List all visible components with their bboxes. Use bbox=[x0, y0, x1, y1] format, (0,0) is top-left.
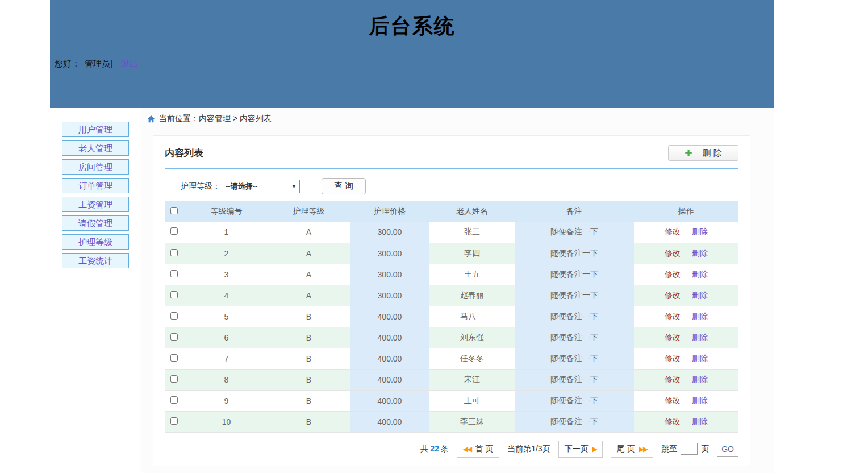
row-checkbox[interactable] bbox=[170, 291, 178, 298]
first-page-label: 首 页 bbox=[475, 444, 493, 454]
delete-link[interactable]: 删除 bbox=[692, 375, 708, 384]
breadcrumb: 当前位置：内容管理 > 内容列表 bbox=[141, 108, 774, 130]
cell-elder-name: 宋江 bbox=[429, 369, 515, 390]
edit-link[interactable]: 修改 bbox=[665, 354, 681, 363]
cell-operations: 修改 删除 bbox=[634, 390, 738, 411]
next-page-icon: ▶ bbox=[592, 445, 596, 453]
cell-care-price: 400.00 bbox=[350, 369, 429, 390]
edit-link[interactable]: 修改 bbox=[665, 312, 681, 321]
last-page-button[interactable]: 尾 页 ▶▶ bbox=[611, 441, 653, 458]
cell-care-level: A bbox=[268, 222, 350, 243]
column-header: 老人姓名 bbox=[429, 201, 515, 222]
cell-operations: 修改 删除 bbox=[634, 411, 738, 432]
delete-link[interactable]: 删除 bbox=[692, 333, 708, 342]
jump-page-input[interactable] bbox=[681, 443, 698, 455]
edit-link[interactable]: 修改 bbox=[665, 248, 681, 258]
row-checkbox[interactable] bbox=[170, 249, 178, 256]
sidebar-item-leave-management[interactable]: 请假管理 bbox=[62, 215, 129, 231]
row-checkbox[interactable] bbox=[170, 375, 178, 383]
edit-link[interactable]: 修改 bbox=[665, 269, 681, 279]
column-header: 护理等级 bbox=[268, 201, 350, 222]
row-checkbox[interactable] bbox=[170, 333, 178, 341]
cell-elder-name: 张三 bbox=[429, 222, 515, 243]
table-row: 7 B 400.00 任冬冬 随便备注一下 修改 删除 bbox=[165, 348, 738, 369]
panel-header: 内容列表 ✚ 删 除 bbox=[165, 145, 738, 169]
cell-care-price: 400.00 bbox=[350, 306, 429, 327]
delete-link[interactable]: 删除 bbox=[692, 248, 708, 258]
sidebar-item-care-level[interactable]: 护理等级 bbox=[62, 234, 129, 250]
row-checkbox[interactable] bbox=[170, 354, 178, 362]
first-page-icon: ◀◀ bbox=[463, 445, 471, 453]
edit-link[interactable]: 修改 bbox=[665, 396, 681, 405]
first-page-button[interactable]: ◀◀ 首 页 bbox=[457, 441, 499, 458]
column-header: 备注 bbox=[515, 201, 634, 222]
edit-link[interactable]: 修改 bbox=[665, 333, 681, 342]
delete-link[interactable]: 删除 bbox=[692, 312, 708, 321]
delete-link[interactable]: 删除 bbox=[692, 354, 708, 363]
delete-link[interactable]: 删除 bbox=[692, 396, 708, 405]
delete-button-label: 删 除 bbox=[703, 148, 722, 159]
select-all-checkbox[interactable] bbox=[170, 207, 178, 214]
row-checkbox[interactable] bbox=[170, 227, 178, 235]
sidebar-item-salary-statistics[interactable]: 工资统计 bbox=[62, 253, 129, 268]
edit-link[interactable]: 修改 bbox=[665, 417, 681, 426]
plus-icon: ✚ bbox=[685, 148, 692, 159]
sidebar-item-salary-management[interactable]: 工资管理 bbox=[62, 197, 129, 212]
row-checkbox-cell bbox=[165, 285, 185, 306]
cell-level-id: 4 bbox=[185, 285, 268, 306]
cell-care-level: B bbox=[268, 411, 350, 432]
delete-link[interactable]: 删除 bbox=[692, 269, 708, 279]
cell-level-id: 9 bbox=[185, 390, 268, 411]
select-value: --请选择-- bbox=[226, 181, 257, 192]
sidebar-item-room-management[interactable]: 房间管理 bbox=[62, 159, 129, 175]
cell-operations: 修改 删除 bbox=[634, 369, 738, 390]
sidebar-item-order-management[interactable]: 订单管理 bbox=[62, 178, 129, 193]
cell-remark: 随便备注一下 bbox=[515, 222, 634, 243]
last-page-label: 尾 页 bbox=[617, 444, 635, 454]
row-checkbox[interactable] bbox=[170, 312, 178, 320]
table-row: 2 A 300.00 李四 随便备注一下 修改 删除 bbox=[165, 243, 738, 264]
cell-care-level: A bbox=[268, 243, 350, 264]
row-checkbox-cell bbox=[165, 264, 185, 285]
panel-title: 内容列表 bbox=[165, 147, 203, 160]
column-header: 等级编号 bbox=[185, 201, 268, 222]
cell-elder-name: 任冬冬 bbox=[429, 348, 515, 369]
filter-label: 护理等级： bbox=[181, 181, 220, 192]
logout-link[interactable]: 退出 bbox=[121, 59, 138, 68]
row-checkbox[interactable] bbox=[170, 270, 178, 277]
cell-care-level: A bbox=[268, 264, 350, 285]
row-checkbox-cell bbox=[165, 369, 185, 390]
row-checkbox-cell bbox=[165, 411, 185, 432]
edit-link[interactable]: 修改 bbox=[665, 375, 681, 384]
row-checkbox-cell bbox=[165, 222, 185, 243]
welcome-bar: 您好：管理员| 退出 bbox=[50, 59, 774, 69]
delete-button[interactable]: ✚ 删 除 bbox=[668, 145, 738, 161]
edit-link[interactable]: 修改 bbox=[665, 291, 681, 300]
cell-care-price: 400.00 bbox=[350, 390, 429, 411]
cell-level-id: 1 bbox=[185, 222, 268, 243]
row-checkbox[interactable] bbox=[170, 396, 178, 404]
care-level-table: 等级编号护理等级护理价格老人姓名备注操作 1 A 300.00 张三 随便备注一… bbox=[165, 201, 738, 433]
delete-link[interactable]: 删除 bbox=[692, 417, 708, 426]
total-prefix: 共 bbox=[420, 444, 428, 453]
greeting-text: 您好： bbox=[55, 59, 80, 68]
delete-link[interactable]: 删除 bbox=[692, 227, 708, 236]
sidebar-item-elderly-management[interactable]: 老人管理 bbox=[62, 140, 129, 156]
next-page-button[interactable]: 下一页 ▶ bbox=[558, 441, 603, 458]
search-button[interactable]: 查 询 bbox=[322, 178, 366, 194]
cell-operations: 修改 删除 bbox=[634, 327, 738, 348]
care-level-select[interactable]: --请选择-- ▼ bbox=[222, 180, 300, 193]
go-button[interactable]: GO bbox=[717, 442, 738, 457]
cell-level-id: 8 bbox=[185, 369, 268, 390]
sidebar-item-user-management[interactable]: 用户管理 bbox=[62, 122, 129, 137]
edit-link[interactable]: 修改 bbox=[665, 227, 681, 236]
header: 后台系统 您好：管理员| 退出 bbox=[50, 0, 774, 108]
row-checkbox[interactable] bbox=[170, 417, 178, 425]
cell-care-level: B bbox=[268, 306, 350, 327]
cell-level-id: 7 bbox=[185, 348, 268, 369]
delete-link[interactable]: 删除 bbox=[692, 291, 708, 300]
cell-care-price: 300.00 bbox=[350, 243, 429, 264]
page: 后台系统 您好：管理员| 退出 用户管理 老人管理 房间管理 订单管理 工资管理… bbox=[50, 0, 774, 473]
cell-level-id: 6 bbox=[185, 327, 268, 348]
cell-remark: 随便备注一下 bbox=[515, 285, 634, 306]
